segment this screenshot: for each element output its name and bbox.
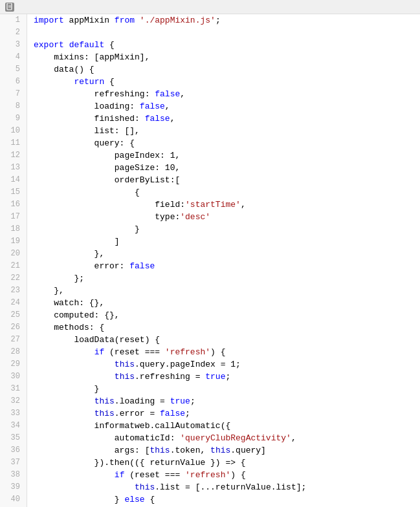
code-line: pageIndex: 1, [34, 149, 420, 162]
code-line: }; [34, 272, 420, 285]
toolbar [0, 0, 420, 14]
code-line: computed: {}, [34, 309, 420, 321]
code-line: this.refreshing = true; [34, 371, 420, 383]
code-line: return { [34, 76, 420, 88]
code-line: }).then(({ returnValue }) => { [34, 457, 420, 469]
line-number: 39 [0, 481, 27, 493]
code-line: this.list = [...returnValue.list]; [34, 481, 420, 493]
line-number: 24 [0, 297, 27, 309]
code-line: args: [this.token, this.query] [34, 444, 420, 457]
line-number: 5 [0, 63, 27, 76]
code-line: watch: {}, [34, 297, 420, 309]
line-number: 22 [0, 272, 27, 285]
line-number: 34 [0, 420, 27, 432]
code-line: query: { [34, 137, 420, 149]
line-number: 10 [0, 125, 27, 137]
code-line: loadData(reset) { [34, 334, 420, 346]
line-number: 32 [0, 395, 27, 407]
line-number: 16 [0, 199, 27, 211]
code-line: }, [34, 248, 420, 260]
file-icon [5, 3, 14, 12]
editor-container: 1234567891011121314151617181920212223242… [0, 0, 420, 507]
svg-rect-0 [7, 3, 12, 10]
code-line: { [34, 186, 420, 199]
code-line: data() { [34, 63, 420, 76]
code-line: field:'startTime', [34, 199, 420, 211]
line-number: 28 [0, 346, 27, 358]
code-line: ] [34, 235, 420, 248]
code-line: if (reset === 'refresh') { [34, 346, 420, 358]
code-line: automaticId: 'queryClubRegActivity', [34, 432, 420, 444]
line-number: 20 [0, 248, 27, 260]
line-number: 14 [0, 174, 27, 186]
line-number: 26 [0, 321, 27, 334]
code-line: } [34, 383, 420, 395]
code-line: export default { [34, 39, 420, 51]
line-number: 8 [0, 100, 27, 113]
line-number: 37 [0, 457, 27, 469]
line-number: 25 [0, 309, 27, 321]
line-number: 19 [0, 235, 27, 248]
code-line: orderByList:[ [34, 174, 420, 186]
code-line: pageSize: 10, [34, 162, 420, 174]
line-number: 15 [0, 186, 27, 199]
line-number: 18 [0, 223, 27, 235]
line-number: 36 [0, 444, 27, 457]
code-line: import appMixin from './appMixin.js'; [34, 14, 420, 27]
line-number: 17 [0, 211, 27, 223]
line-number: 30 [0, 371, 27, 383]
line-number: 40 [0, 493, 27, 506]
line-number: 38 [0, 469, 27, 481]
code-line: } else { [34, 493, 420, 506]
code-line: this.error = false; [34, 407, 420, 420]
code-line: this.loading = true; [34, 395, 420, 407]
code-line: type:'desc' [34, 211, 420, 223]
line-number: 23 [0, 285, 27, 297]
code-line [34, 27, 420, 39]
line-number: 35 [0, 432, 27, 444]
code-line: list: [], [34, 125, 420, 137]
line-number: 29 [0, 358, 27, 371]
line-number: 13 [0, 162, 27, 174]
line-number: 4 [0, 51, 27, 63]
code-line: } [34, 223, 420, 235]
line-number: 9 [0, 113, 27, 125]
line-number: 3 [0, 39, 27, 51]
code-line: mixins: [appMixin], [34, 51, 420, 63]
line-number: 33 [0, 407, 27, 420]
code-content[interactable]: import appMixin from './appMixin.js'; ex… [27, 14, 420, 507]
code-line: informatweb.callAutomatic({ [34, 420, 420, 432]
line-number: 2 [0, 27, 27, 39]
code-line: finished: false, [34, 113, 420, 125]
code-line: this.query.pageIndex = 1; [34, 358, 420, 371]
line-number: 21 [0, 260, 27, 272]
line-number: 27 [0, 334, 27, 346]
code-area: 1234567891011121314151617181920212223242… [0, 14, 420, 507]
code-line: error: false [34, 260, 420, 272]
code-line: if (reset === 'refresh') { [34, 469, 420, 481]
line-number: 6 [0, 76, 27, 88]
line-number: 1 [0, 14, 27, 27]
line-number: 7 [0, 88, 27, 100]
line-number: 12 [0, 149, 27, 162]
line-numbers: 1234567891011121314151617181920212223242… [0, 14, 27, 507]
line-number: 11 [0, 137, 27, 149]
code-line: methods: { [34, 321, 420, 334]
code-line: }, [34, 285, 420, 297]
code-line: refreshing: false, [34, 88, 420, 100]
line-number: 31 [0, 383, 27, 395]
code-line: loading: false, [34, 100, 420, 113]
